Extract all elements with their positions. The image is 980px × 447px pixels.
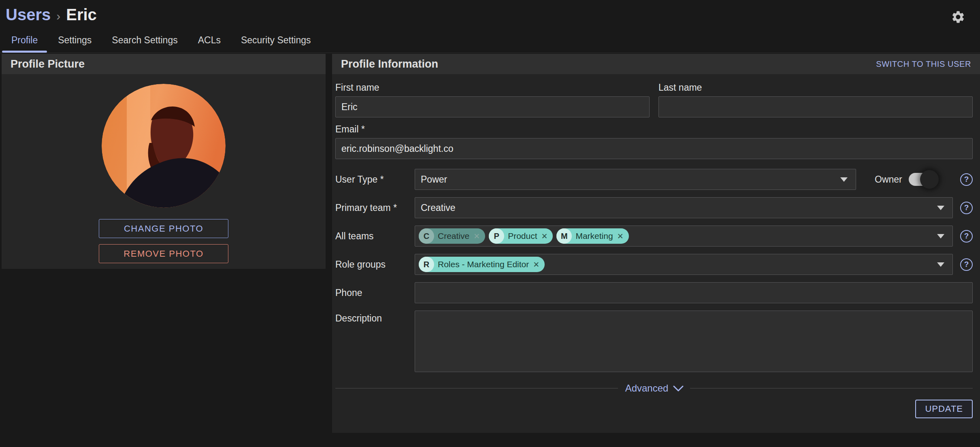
profile-picture-panel: Profile Picture: [2, 54, 326, 269]
divider: [690, 388, 973, 389]
team-chip-product: P Product ✕: [489, 228, 553, 244]
phone-label: Phone: [335, 287, 415, 298]
chevron-down-icon: [937, 234, 944, 238]
settings-gear-icon[interactable]: [951, 10, 965, 24]
switch-to-this-user-link[interactable]: SWITCH TO THIS USER: [876, 60, 971, 69]
chip-remove-icon[interactable]: ✕: [541, 232, 548, 241]
avatar-photo: [102, 84, 226, 208]
all-teams-help-icon[interactable]: ?: [960, 230, 973, 243]
divider: [335, 388, 618, 389]
user-type-value: Power: [421, 174, 447, 185]
last-name-input[interactable]: [658, 96, 973, 117]
role-group-chip-avatar: R: [419, 257, 434, 272]
breadcrumb: Users › Eric: [6, 6, 97, 24]
chip-remove-icon[interactable]: ✕: [533, 260, 539, 269]
description-label: Description: [335, 313, 415, 324]
role-group-chip-label: Roles - Marketing Editor: [438, 260, 529, 269]
chevron-down-icon: [937, 262, 944, 267]
user-type-select[interactable]: Power: [415, 169, 856, 190]
breadcrumb-separator-icon: ›: [56, 9, 60, 23]
last-name-label: Last name: [658, 82, 973, 93]
page-header: Users › Eric: [0, 0, 980, 24]
first-name-input[interactable]: [335, 96, 650, 117]
role-groups-label: Role groups: [335, 259, 415, 270]
profile-information-header: Profile Information SWITCH TO THIS USER: [332, 54, 980, 74]
chevron-down-icon: [840, 177, 848, 182]
tab-security-settings[interactable]: Security Settings: [241, 35, 311, 53]
role-groups-multiselect[interactable]: R Roles - Marketing Editor ✕: [415, 254, 953, 275]
user-type-help-icon[interactable]: ?: [960, 173, 973, 186]
profile-picture-title: Profile Picture: [11, 58, 85, 70]
user-avatar: [102, 84, 226, 208]
email-label: Email *: [335, 124, 973, 135]
primary-team-value: Creative: [421, 202, 456, 213]
chip-remove-icon[interactable]: ✕: [473, 232, 480, 241]
role-group-chip: R Roles - Marketing Editor ✕: [419, 257, 545, 272]
update-button[interactable]: UPDATE: [915, 400, 973, 418]
team-chip-marketing: M Marketing ✕: [556, 228, 628, 244]
all-teams-label: All teams: [335, 231, 415, 242]
email-input[interactable]: [335, 138, 973, 159]
breadcrumb-users-link[interactable]: Users: [6, 6, 51, 24]
primary-team-help-icon[interactable]: ?: [960, 202, 973, 214]
chevron-down-icon: [937, 206, 944, 210]
first-name-label: First name: [335, 82, 650, 93]
tab-search-settings[interactable]: Search Settings: [112, 35, 177, 53]
team-chip-avatar: C: [419, 228, 434, 244]
all-teams-multiselect[interactable]: C Creative ✕ P Product ✕ M Marketing: [415, 226, 953, 247]
description-textarea[interactable]: [415, 311, 973, 372]
profile-form: First name Last name Email * User Type *: [332, 74, 980, 418]
profile-picture-header: Profile Picture: [2, 54, 326, 74]
page-title: Eric: [66, 6, 97, 24]
remove-photo-button[interactable]: REMOVE PHOTO: [99, 244, 228, 263]
tab-bar: Profile Settings Search Settings ACLs Se…: [0, 24, 980, 53]
advanced-label: Advanced: [625, 383, 669, 394]
user-type-label: User Type *: [335, 174, 415, 185]
team-chip-creative: C Creative ✕: [419, 228, 485, 244]
team-chip-label: Product: [508, 231, 537, 241]
primary-team-select[interactable]: Creative: [415, 197, 953, 218]
tab-profile[interactable]: Profile: [11, 35, 38, 53]
chevron-down-icon: [673, 385, 684, 392]
owner-label: Owner: [875, 174, 902, 185]
owner-toggle[interactable]: [909, 173, 934, 186]
team-chip-label: Marketing: [575, 231, 613, 241]
profile-information-title: Profile Information: [341, 58, 438, 70]
team-chip-label: Creative: [438, 231, 469, 241]
phone-input[interactable]: [415, 282, 973, 303]
change-photo-button[interactable]: CHANGE PHOTO: [99, 219, 228, 238]
tab-settings[interactable]: Settings: [58, 35, 92, 53]
advanced-expander[interactable]: Advanced: [335, 383, 973, 394]
team-chip-avatar: M: [556, 228, 572, 244]
owner-toggle-knob: [920, 170, 939, 189]
tab-acls[interactable]: ACLs: [198, 35, 221, 53]
role-groups-help-icon[interactable]: ?: [960, 258, 973, 271]
chip-remove-icon[interactable]: ✕: [617, 232, 624, 241]
profile-information-panel: Profile Information SWITCH TO THIS USER …: [332, 54, 980, 433]
team-chip-avatar: P: [489, 228, 504, 244]
primary-team-label: Primary team *: [335, 202, 415, 213]
